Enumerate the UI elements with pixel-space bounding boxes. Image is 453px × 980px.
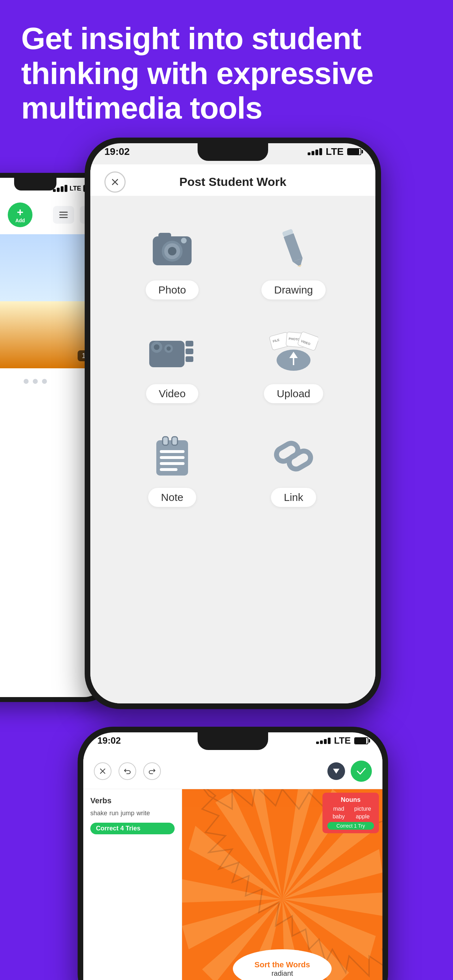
note-label: Note [148,488,196,507]
sort-dropdown-btn[interactable] [327,762,345,780]
time-bottom: 19:02 [97,735,121,746]
photo-icon [148,224,197,274]
verbs-panel: Verbs shake run jump write Correct 4 Tri… [83,789,182,980]
phone-bottom: 19:02 LTE [78,727,388,980]
network-left: LTE [70,185,81,192]
sort-screen: Verbs shake run jump write Correct 4 Tri… [83,754,382,980]
network-main: LTE [326,146,343,158]
time-main: 19:02 [105,146,130,158]
signal-main [308,148,322,155]
svg-rect-23 [186,341,193,347]
upload-label: Upload [264,384,323,403]
svg-rect-39 [160,450,184,453]
noun-word-4: apple [351,813,374,820]
sort-close-btn[interactable] [94,762,111,780]
svg-rect-24 [186,348,193,354]
option-video[interactable]: Video [111,313,233,417]
svg-rect-25 [186,356,193,362]
sort-oval-title: Sort the Words [254,960,310,969]
sort-content: Verbs shake run jump write Correct 4 Tri… [83,789,382,980]
sort-header [83,754,382,789]
noun-word-2: picture [351,806,374,812]
sort-undo-btn[interactable] [119,762,136,780]
dot-2 [33,379,38,384]
video-label: Video [146,384,198,403]
svg-point-33 [279,351,294,366]
signal-bottom [316,738,331,744]
option-link[interactable]: Link [233,417,354,521]
sort-redo-btn[interactable] [143,762,161,780]
verbs-title: Verbs [90,796,175,805]
sort-submit-btn[interactable] [351,760,372,782]
notch-left [14,178,56,191]
svg-rect-42 [160,468,178,471]
photo-label: Photo [146,280,199,299]
phone-main: 19:02 LTE [85,138,381,709]
fab-label: Add [15,218,25,223]
svg-point-13 [181,238,187,243]
nouns-panel: Nouns mad picture baby apple Correct 1 T… [182,789,382,980]
svg-point-22 [167,347,171,351]
battery-bottom [354,737,368,745]
note-icon [148,431,197,481]
verb-word-3: jump [121,810,134,817]
video-icon [148,328,197,377]
sort-oval-word: radiant [271,969,293,978]
drawing-label: Drawing [261,280,326,299]
svg-rect-40 [160,456,184,459]
statusbar-main: 19:02 LTE [105,146,361,158]
verbs-words: shake run jump write [90,810,175,817]
dot-1 [24,379,29,384]
option-upload[interactable]: FILE PHOTO VIDEO U [233,313,354,417]
upload-icon: FILE PHOTO VIDEO [269,328,318,377]
hero-text: Get insight into student thinking with e… [21,21,432,126]
nouns-title: Nouns [327,796,374,803]
fab-plus-icon: + [17,206,24,218]
noun-word-1: mad [327,806,350,812]
svg-point-12 [168,247,176,255]
main-content: Post Student Work Photo [90,164,375,703]
svg-rect-0 [59,212,68,213]
svg-rect-38 [172,437,178,445]
nouns-words: mad picture baby apple [327,806,374,820]
svg-rect-1 [59,215,68,216]
add-fab[interactable]: + Add [8,202,32,227]
nouns-correct-badge: Correct 1 Try [327,822,374,830]
drawing-icon [269,224,318,274]
verb-word-4: write [137,810,150,817]
battery-main [347,148,361,155]
network-bottom: LTE [334,735,351,746]
status-right-bottom: LTE [316,735,368,746]
nouns-box: Nouns mad picture baby apple Correct 1 T… [323,793,379,833]
option-note[interactable]: Note [111,417,233,521]
svg-rect-2 [59,217,68,218]
option-drawing[interactable]: Drawing [233,210,354,313]
close-button[interactable] [105,172,126,192]
link-label: Link [271,488,316,507]
status-right: LTE [308,146,361,158]
svg-rect-37 [163,437,168,445]
sort-actions [327,760,372,782]
modal-title: Post Student Work [179,175,286,189]
svg-rect-41 [160,462,184,465]
statusbar-bottom: 19:02 LTE [97,735,368,746]
verb-word-2: run [110,810,119,817]
options-grid: Photo Drawing [90,196,375,535]
list-view-btn[interactable] [53,206,74,224]
post-student-work-header: Post Student Work [90,164,375,196]
option-photo[interactable]: Photo [111,210,233,313]
svg-point-20 [154,344,159,350]
link-icon [269,431,318,481]
verb-word-1: shake [90,810,107,817]
noun-word-3: baby [327,813,350,820]
svg-marker-47 [333,769,339,774]
svg-rect-10 [158,233,171,239]
svg-rect-15 [284,233,303,262]
verbs-correct-badge: Correct 4 Tries [90,822,175,834]
dot-3 [42,379,47,384]
svg-rect-44 [287,449,313,472]
